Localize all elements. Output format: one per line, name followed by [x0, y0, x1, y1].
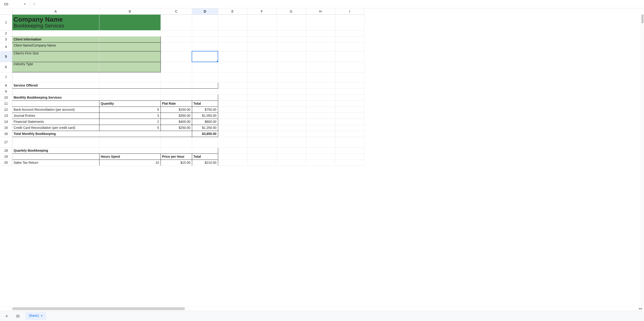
cell-H8[interactable]	[306, 82, 335, 88]
cell-D20[interactable]: $210.00	[192, 159, 218, 166]
row-header-10[interactable]: 10	[0, 94, 12, 100]
cell-B19[interactable]: Hours Spent	[99, 153, 160, 159]
cell-A18[interactable]: Quartely Bookkeeping	[12, 147, 99, 153]
cell-G16[interactable]	[276, 131, 306, 137]
cell-C18[interactable]	[160, 147, 192, 153]
cell-E18[interactable]	[218, 147, 247, 153]
cell-F20[interactable]	[247, 159, 276, 166]
cell-C10[interactable]	[160, 94, 192, 100]
cell-D16[interactable]: $3,850.00	[192, 131, 218, 137]
row-header-11[interactable]: 11	[0, 100, 12, 106]
col-header-C[interactable]: C	[160, 8, 192, 15]
cell-A1[interactable]: Company Name Bookkeeping Services	[12, 15, 99, 30]
scroll-right-icon[interactable]: ▶	[641, 307, 642, 310]
cell-C12[interactable]: $150.00	[160, 106, 192, 113]
vertical-scrollbar[interactable]	[641, 15, 644, 306]
horizontal-scrollbar-thumb[interactable]	[12, 307, 185, 310]
row-header-17[interactable]: 17	[0, 137, 12, 147]
cell-A9[interactable]	[12, 88, 99, 94]
cell-B1[interactable]	[99, 15, 160, 30]
cell-C8[interactable]	[160, 82, 192, 88]
cell-C16[interactable]	[160, 131, 192, 137]
cell-F5[interactable]	[247, 51, 276, 62]
cell-C15[interactable]: $250.00	[160, 125, 192, 131]
cell-F7[interactable]	[247, 72, 276, 82]
cell-H14[interactable]	[306, 119, 335, 125]
cell-I4[interactable]	[335, 42, 364, 51]
cell-A20[interactable]: Sales Tax Return	[12, 159, 99, 166]
cell-B20[interactable]: 10	[99, 159, 160, 166]
cell-D15[interactable]: $1,250.00	[192, 125, 218, 131]
cell-E12[interactable]	[218, 106, 247, 113]
cell-F11[interactable]	[247, 100, 276, 106]
cell-A10[interactable]: Monthly Bookkeeping Services	[12, 94, 99, 100]
cell-C11[interactable]: Flat Rate	[160, 100, 192, 106]
col-header-A[interactable]: A	[12, 8, 99, 15]
cell-F10[interactable]	[247, 94, 276, 100]
cell-H19[interactable]	[306, 153, 335, 159]
cell-D13[interactable]: $1,050.00	[192, 113, 218, 119]
cell-E5[interactable]	[218, 51, 247, 62]
cell-G17[interactable]	[276, 137, 306, 147]
cell-E16[interactable]	[218, 131, 247, 137]
cell-E14[interactable]	[218, 119, 247, 125]
row-header-15[interactable]: 15	[0, 125, 12, 131]
cell-E20[interactable]	[218, 159, 247, 166]
row-header-18[interactable]: 18	[0, 147, 12, 153]
cell-C14[interactable]: $400.00	[160, 119, 192, 125]
add-sheet-button[interactable]	[3, 313, 10, 319]
row-header-6[interactable]: 6	[0, 62, 12, 72]
cell-G18[interactable]	[276, 147, 306, 153]
cell-F18[interactable]	[247, 147, 276, 153]
cell-G10[interactable]	[276, 94, 306, 100]
cell-G15[interactable]	[276, 125, 306, 131]
cell-C7[interactable]	[160, 72, 192, 82]
cell-G20[interactable]	[276, 159, 306, 166]
cell-B6[interactable]	[99, 62, 160, 72]
row-header-19[interactable]: 19	[0, 153, 12, 159]
cell-C17[interactable]	[160, 137, 192, 147]
col-header-B[interactable]: B	[99, 8, 160, 15]
cell-B16[interactable]	[99, 131, 160, 137]
cell-F6[interactable]	[247, 62, 276, 72]
cell-H10[interactable]	[306, 94, 335, 100]
cell-A3[interactable]: Client Information	[12, 36, 99, 42]
grid-scroll[interactable]: A B C D E F G H I 1 Company Name B	[0, 8, 644, 306]
cell-B15[interactable]: 5	[99, 125, 160, 131]
col-header-I[interactable]: I	[335, 8, 364, 15]
cell-I15[interactable]	[335, 125, 364, 131]
cell-I5[interactable]	[335, 51, 364, 62]
row-header-2[interactable]: 2	[0, 30, 12, 36]
cell-F16[interactable]	[247, 131, 276, 137]
cell-D7[interactable]	[192, 72, 218, 82]
cell-H13[interactable]	[306, 113, 335, 119]
cell-B18[interactable]	[99, 147, 160, 153]
cell-I18[interactable]	[335, 147, 364, 153]
cell-A16[interactable]: Total Monthly Bookkeeping	[12, 131, 99, 137]
row-header-4[interactable]: 4	[0, 42, 12, 51]
all-sheets-button[interactable]	[14, 313, 21, 319]
cell-A15[interactable]: Credit Card Reconciliation (per credit c…	[12, 125, 99, 131]
cell-H7[interactable]	[306, 72, 335, 82]
cell-I3[interactable]	[335, 36, 364, 42]
cell-G5[interactable]	[276, 51, 306, 62]
cell-E2[interactable]	[218, 30, 247, 36]
cell-D10[interactable]	[192, 94, 218, 100]
cell-I2[interactable]	[335, 30, 364, 36]
cell-A7[interactable]	[12, 72, 99, 82]
cell-G19[interactable]	[276, 153, 306, 159]
cell-D3[interactable]	[192, 36, 218, 42]
cell-B5[interactable]	[99, 51, 160, 62]
col-header-G[interactable]: G	[276, 8, 306, 15]
cell-B8[interactable]	[99, 82, 160, 88]
cell-E7[interactable]	[218, 72, 247, 82]
cell-D8[interactable]	[192, 82, 218, 88]
row-header-12[interactable]: 12	[0, 106, 12, 113]
cell-F2[interactable]	[247, 30, 276, 36]
cell-E8[interactable]	[218, 82, 247, 88]
cell-H20[interactable]	[306, 159, 335, 166]
cell-H3[interactable]	[306, 36, 335, 42]
cell-B9[interactable]	[99, 88, 160, 94]
cell-C9[interactable]	[160, 88, 192, 94]
cell-I6[interactable]	[335, 62, 364, 72]
